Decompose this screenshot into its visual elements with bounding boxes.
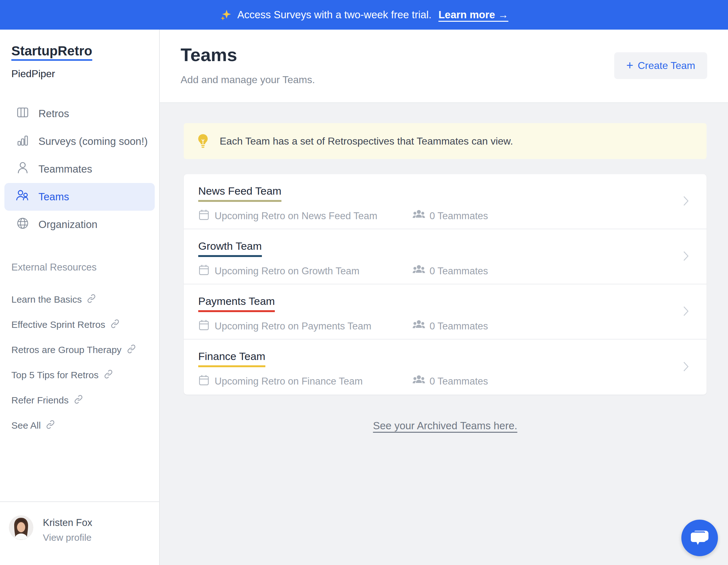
external-link-label: Retros are Group Therapy: [11, 344, 122, 355]
group-icon: [413, 319, 425, 333]
sidebar-item-label: Retros: [38, 108, 69, 120]
teammates-count: 0 Teammates: [430, 211, 488, 222]
archived-teams-link[interactable]: See your Archived Teams here.: [373, 420, 517, 431]
chevron-right-icon: [682, 304, 690, 319]
info-notice: Each Team has a set of Retrospectives th…: [184, 123, 707, 159]
user-profile[interactable]: Kristen Fox View profile: [0, 501, 159, 565]
sidebar-item-label: Organization: [38, 219, 97, 231]
calendar-icon: [198, 319, 210, 333]
sidebar-item-label: Surveys (coming soon!): [38, 136, 148, 147]
page-header: Teams Add and manage your Teams. + Creat…: [160, 30, 728, 103]
avatar: [9, 515, 33, 540]
link-icon: [104, 369, 113, 381]
learn-more-link[interactable]: Learn more →: [438, 9, 508, 21]
teammates-count: 0 Teammates: [430, 320, 488, 332]
create-team-button[interactable]: + Create Team: [614, 52, 707, 79]
create-team-label: Create Team: [638, 60, 695, 72]
bar-chart-icon: [16, 133, 30, 150]
link-icon: [127, 344, 136, 356]
sidebar: StartupRetro PiedPiper Retros: [0, 30, 160, 565]
teams-list-card: News Feed Team Upcomin: [184, 174, 707, 395]
upcoming-retro-label: Upcoming Retro on Payments Team: [215, 320, 371, 332]
team-row-news-feed[interactable]: News Feed Team Upcomin: [184, 174, 707, 229]
group-icon: [413, 374, 425, 388]
sidebar-item-retros[interactable]: Retros: [4, 100, 155, 128]
team-row-finance[interactable]: Finance Team Upcoming: [184, 339, 707, 395]
view-profile-link[interactable]: View profile: [43, 532, 92, 543]
chat-bubble-icon: [690, 529, 709, 547]
group-icon: [413, 209, 425, 223]
sidebar-item-surveys[interactable]: Surveys (coming soon!): [4, 128, 155, 155]
sidebar-item-label: Teams: [38, 191, 69, 203]
external-resources-heading: External Resources: [11, 262, 159, 273]
calendar-icon: [198, 374, 210, 389]
link-icon: [87, 294, 96, 305]
org-name: PiedPiper: [11, 68, 159, 80]
external-link-refer-friends[interactable]: Refer Friends: [11, 388, 159, 413]
calendar-icon: [198, 264, 210, 279]
external-resources: External Resources Learn the Basics Effe…: [0, 262, 159, 438]
columns-icon: [16, 106, 30, 122]
sidebar-item-teams[interactable]: Teams: [4, 183, 155, 211]
profile-name: Kristen Fox: [43, 517, 92, 528]
main-area: Teams Add and manage your Teams. + Creat…: [160, 30, 728, 565]
team-name-link[interactable]: News Feed Team: [198, 185, 281, 202]
sidebar-item-label: Teammates: [38, 163, 92, 175]
external-link-label: See All: [11, 420, 41, 431]
plus-icon: +: [626, 59, 633, 71]
promo-banner: Access Surveys with a two-week free tria…: [0, 0, 728, 30]
sidebar-nav: Retros Surveys (coming soon!): [0, 100, 159, 239]
link-icon: [74, 395, 83, 406]
external-link-label: Top 5 Tips for Retros: [11, 370, 99, 380]
upcoming-retro-label: Upcoming Retro on Finance Team: [215, 376, 363, 387]
team-name-link[interactable]: Payments Team: [198, 295, 275, 312]
teams-content: Each Team has a set of Retrospectives th…: [160, 103, 728, 432]
link-icon: [46, 420, 55, 431]
external-link-see-all[interactable]: See All: [11, 413, 159, 438]
teammates-count: 0 Teammates: [430, 376, 488, 387]
teammates-count: 0 Teammates: [430, 266, 488, 277]
chevron-right-icon: [682, 194, 690, 209]
external-link-retros-are-group-therapy[interactable]: Retros are Group Therapy: [11, 337, 159, 362]
brand-link[interactable]: StartupRetro: [11, 43, 92, 59]
external-link-label: Refer Friends: [11, 395, 69, 406]
upcoming-retro-label: Upcoming Retro on News Feed Team: [215, 211, 377, 222]
team-row-payments[interactable]: Payments Team Upcoming: [184, 284, 707, 339]
external-link-label: Learn the Basics: [11, 294, 82, 305]
chat-widget-button[interactable]: [681, 520, 718, 556]
upcoming-retro-label: Upcoming Retro on Growth Team: [215, 266, 359, 277]
globe-icon: [16, 216, 30, 233]
person-icon: [16, 161, 30, 177]
calendar-icon: [198, 209, 210, 223]
external-link-top-5-tips[interactable]: Top 5 Tips for Retros: [11, 362, 159, 388]
chevron-right-icon: [682, 360, 690, 375]
external-link-effective-sprint-retros[interactable]: Effective Sprint Retros: [11, 312, 159, 337]
sparkles-icon: [220, 9, 232, 21]
external-link-label: Effective Sprint Retros: [11, 319, 105, 330]
promo-text: Access Surveys with a two-week free tria…: [237, 9, 431, 21]
team-name-link[interactable]: Growth Team: [198, 240, 262, 257]
external-link-learn-the-basics[interactable]: Learn the Basics: [11, 287, 159, 312]
link-icon: [110, 319, 120, 331]
group-icon: [413, 264, 425, 278]
team-name-link[interactable]: Finance Team: [198, 350, 265, 367]
team-row-growth[interactable]: Growth Team Upcoming R: [184, 229, 707, 284]
sidebar-item-organization[interactable]: Organization: [4, 211, 155, 239]
chevron-right-icon: [682, 249, 690, 264]
sidebar-item-teammates[interactable]: Teammates: [4, 155, 155, 183]
lightbulb-icon: [196, 133, 210, 149]
notice-text: Each Team has a set of Retrospectives th…: [220, 136, 513, 147]
people-icon: [16, 189, 30, 205]
